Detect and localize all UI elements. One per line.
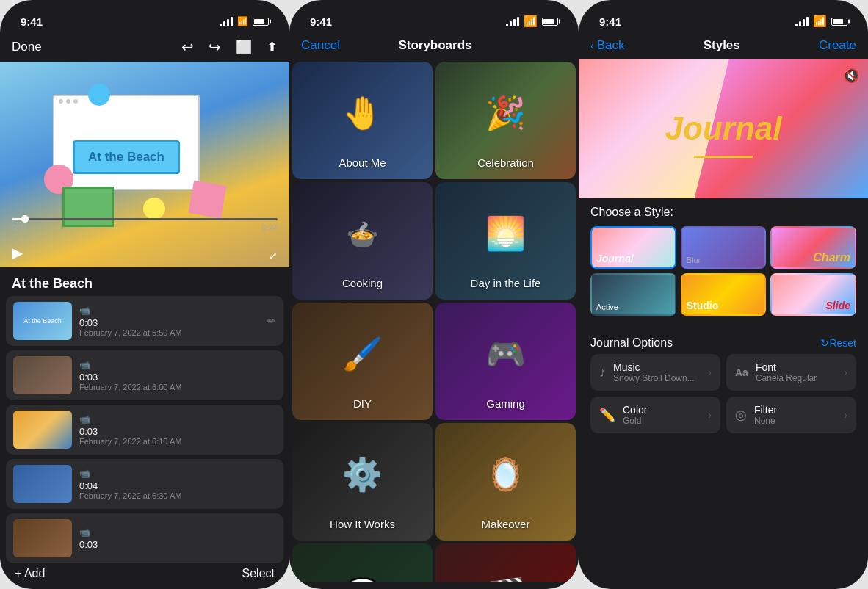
storyboard-cell-day-in-life[interactable]: 🌅 Day in the Life [435,182,576,300]
music-icon: ♪ [599,365,606,380]
add-button[interactable]: + Add [15,567,45,580]
style-label-active: Active [596,303,618,311]
storyboard-cell-qa[interactable]: 💬 Q&A [292,543,433,582]
share-icon[interactable]: ⬆ [267,39,278,55]
create-button[interactable]: Create [819,38,856,53]
mute-button[interactable]: 🔇 [843,68,859,84]
option-filter-content: Filter None [754,404,836,426]
status-icons-3: 📶 [795,15,847,28]
choose-style-label: Choose a Style: [590,206,856,219]
phone3-navbar: ‹ Back Styles Create [579,32,868,59]
fullscreen-button[interactable]: ⤢ [269,250,278,261]
storyboard-cell-celebration[interactable]: 🎉 Celebration [435,62,576,179]
battery-icon-1 [253,18,269,26]
shape-yellow-circle [143,198,165,220]
clip-thumb-4 [13,465,72,503]
film-icon: 🎬 [485,576,526,582]
select-button[interactable]: Select [242,567,275,580]
cooking-icon: 🍲 [346,220,379,250]
storyboard-cell-film[interactable]: 🎬 Film [435,543,576,582]
signal-bars-1 [220,17,233,26]
nav-icons: ↩ ↪ ⬜ ⬆ [181,38,278,56]
option-music-name: Music [613,361,701,373]
back-label: Back [597,38,625,53]
preview-yellow-line [694,156,753,158]
phone2-navbar: Cancel Storyboards [289,32,579,59]
style-thumb-charm[interactable]: Charm [770,226,856,269]
phone-3: 9:41 📶 ‹ Back Styles Create Journal 🔇 Ch… [579,0,868,589]
clip-item-3[interactable]: 📹 0:03 February 7, 2022 at 6:10 AM [6,405,283,455]
option-color[interactable]: ✏️ Color Gold › [590,397,720,433]
style-label-journal: Journal [596,253,634,264]
shape-pink-rect [188,180,226,218]
filter-chevron-icon: › [844,409,847,421]
done-button[interactable]: Done [12,40,42,54]
option-music-content: Music Snowy Stroll Down... [613,361,701,383]
style-label-blur: Blur [687,256,701,264]
export-icon[interactable]: ⬜ [236,39,252,55]
reset-button[interactable]: ↻Reset [820,337,856,349]
style-grid: Journal Blur Charm Active Studio Slide [590,226,856,316]
timeline-scrubber[interactable] [21,215,29,223]
clip-meta-2: 📹 0:03 February 7, 2022 at 6:00 AM [79,360,276,391]
storyboard-cell-diy[interactable]: 🖌️ DIY [292,303,433,420]
about-me-label: About Me [339,156,386,169]
option-filter[interactable]: ◎ Filter None › [726,397,856,433]
storyboard-cell-cooking[interactable]: 🍲 Cooking [292,182,433,300]
style-thumb-journal[interactable]: Journal [590,226,676,269]
clip-meta-5: 📹 0:03 [79,527,276,550]
option-color-value: Gold [623,416,701,426]
back-button[interactable]: ‹ Back [590,38,624,53]
style-thumb-slide[interactable]: Slide [770,273,856,316]
clip-date-4: February 7, 2022 at 6:30 AM [79,491,276,500]
clip-video-icon-2: 📹 [79,360,276,370]
cancel-button[interactable]: Cancel [301,38,340,53]
filter-icon: ◎ [735,407,747,423]
status-bar-2: 9:41 📶 [289,0,579,32]
clip-item-2[interactable]: 📹 0:03 February 7, 2022 at 6:00 AM [6,350,283,400]
option-music[interactable]: ♪ Music Snowy Stroll Down... › [590,354,720,391]
makeover-icon: 🪞 [485,455,526,494]
video-overlay: At the Beach [0,62,289,267]
battery-icon-3 [831,18,847,26]
chevron-left-icon: ‹ [590,40,594,51]
play-button[interactable]: ▶ [12,244,23,261]
option-font[interactable]: Aa Font Canela Regular › [726,354,856,391]
styles-title: Styles [704,38,740,53]
style-thumb-active[interactable]: Active [590,273,676,316]
clip-item-4[interactable]: 📹 0:04 February 7, 2022 at 6:30 AM [6,459,283,509]
time-end: 0:24 [262,223,278,232]
status-time-3: 9:41 [599,15,621,28]
project-title: At the Beach [0,267,289,296]
redo-icon[interactable]: ↪ [209,38,221,56]
option-font-name: Font [756,361,836,373]
about-me-icon: 🤚 [342,94,383,132]
storyboard-cell-gaming[interactable]: 🎮 Gaming [435,303,576,420]
clip-edit-1[interactable]: ✏ [267,315,276,327]
option-font-content: Font Canela Regular [756,361,836,383]
signal-bars-2 [506,17,519,26]
clip-item-1[interactable]: At the Beach 📹 0:03 February 7, 2022 at … [6,296,283,346]
style-label-slide: Slide [826,300,850,311]
clip-date-2: February 7, 2022 at 6:00 AM [79,383,276,391]
time-start: 0:01 [12,223,27,232]
cooking-label: Cooking [342,277,383,289]
style-thumb-studio[interactable]: Studio [681,273,767,316]
clip-video-icon-5: 📹 [79,527,276,538]
gaming-label: Gaming [486,397,525,410]
undo-icon[interactable]: ↩ [181,38,194,56]
storyboard-cell-makeover[interactable]: 🪞 Makeover [435,423,576,541]
clip-thumb-1: At the Beach [13,302,72,340]
celebration-icon: 🎉 [485,94,526,132]
storyboard-cell-about-me[interactable]: 🤚 About Me [292,62,433,179]
timeline-bar[interactable] [12,218,278,220]
clip-duration-4: 0:04 [79,480,276,491]
style-label-studio: Studio [687,300,719,311]
storyboard-cell-how-it-works[interactable]: ⚙️ How It Works [292,423,433,541]
browser-frame: At the Beach [53,95,200,190]
clip-item-5[interactable]: 📹 0:03 [6,513,283,563]
style-thumb-blur[interactable]: Blur [681,226,767,269]
clip-video-icon-3: 📹 [79,414,276,424]
clip-date-1: February 7, 2022 at 6:50 AM [79,328,260,337]
clip-thumb-5 [13,519,72,557]
